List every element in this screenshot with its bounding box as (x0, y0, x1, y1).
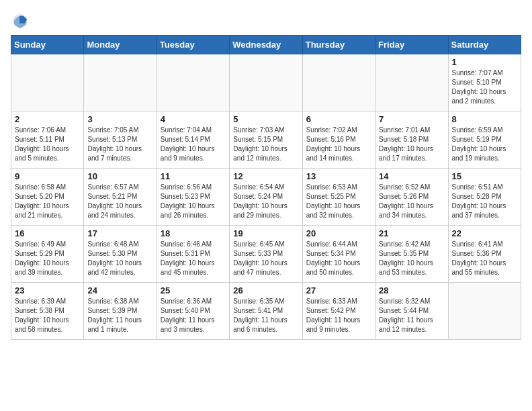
day-header-friday: Friday (375, 36, 448, 54)
day-header-tuesday: Tuesday (157, 36, 229, 54)
calendar-cell: 22Sunrise: 6:41 AM Sunset: 5:36 PM Dayli… (448, 226, 521, 283)
day-info: Sunrise: 6:48 AM Sunset: 5:30 PM Dayligh… (87, 240, 152, 277)
day-info: Sunrise: 6:56 AM Sunset: 5:23 PM Dayligh… (161, 183, 226, 220)
calendar-cell: 10Sunrise: 6:57 AM Sunset: 5:21 PM Dayli… (84, 169, 157, 226)
day-number: 6 (306, 114, 371, 124)
day-info: Sunrise: 6:53 AM Sunset: 5:25 PM Dayligh… (306, 183, 371, 220)
calendar-cell (11, 54, 84, 111)
day-info: Sunrise: 6:44 AM Sunset: 5:34 PM Dayligh… (306, 240, 371, 277)
calendar-cell: 28Sunrise: 6:32 AM Sunset: 5:44 PM Dayli… (375, 283, 448, 340)
calendar-cell: 16Sunrise: 6:49 AM Sunset: 5:29 PM Dayli… (11, 226, 84, 283)
day-number: 12 (233, 171, 298, 181)
day-info: Sunrise: 6:32 AM Sunset: 5:44 PM Dayligh… (379, 297, 444, 334)
calendar-cell (302, 54, 375, 111)
day-number: 16 (15, 228, 80, 238)
days-header-row: SundayMondayTuesdayWednesdayThursdayFrid… (11, 36, 521, 54)
calendar-cell: 11Sunrise: 6:56 AM Sunset: 5:23 PM Dayli… (157, 169, 229, 226)
day-info: Sunrise: 6:41 AM Sunset: 5:36 PM Dayligh… (452, 240, 517, 277)
day-info: Sunrise: 6:49 AM Sunset: 5:29 PM Dayligh… (15, 240, 80, 277)
week-row-3: 9Sunrise: 6:58 AM Sunset: 5:20 PM Daylig… (11, 169, 521, 226)
day-number: 20 (306, 228, 371, 238)
day-number: 7 (379, 114, 444, 124)
day-number: 13 (306, 171, 371, 181)
calendar-cell: 9Sunrise: 6:58 AM Sunset: 5:20 PM Daylig… (11, 169, 84, 226)
calendar-cell (230, 54, 302, 111)
calendar-cell (375, 54, 448, 111)
day-number: 28 (379, 285, 444, 295)
calendar-cell: 3Sunrise: 7:05 AM Sunset: 5:13 PM Daylig… (84, 111, 157, 169)
calendar-cell: 14Sunrise: 6:52 AM Sunset: 5:26 PM Dayli… (375, 169, 448, 226)
day-info: Sunrise: 7:05 AM Sunset: 5:13 PM Dayligh… (87, 126, 152, 163)
calendar-cell: 5Sunrise: 7:03 AM Sunset: 5:15 PM Daylig… (230, 111, 302, 169)
calendar-cell: 17Sunrise: 6:48 AM Sunset: 5:30 PM Dayli… (84, 226, 157, 283)
day-number: 21 (379, 228, 444, 238)
day-number: 3 (87, 114, 152, 124)
day-info: Sunrise: 6:42 AM Sunset: 5:35 PM Dayligh… (379, 240, 444, 277)
logo (11, 11, 32, 30)
day-info: Sunrise: 7:02 AM Sunset: 5:16 PM Dayligh… (306, 126, 371, 163)
day-info: Sunrise: 6:33 AM Sunset: 5:42 PM Dayligh… (306, 297, 371, 334)
day-info: Sunrise: 7:06 AM Sunset: 5:11 PM Dayligh… (15, 126, 80, 163)
day-info: Sunrise: 7:04 AM Sunset: 5:14 PM Dayligh… (161, 126, 226, 163)
calendar-cell: 6Sunrise: 7:02 AM Sunset: 5:16 PM Daylig… (302, 111, 375, 169)
day-number: 26 (233, 285, 298, 295)
calendar-cell (448, 283, 521, 340)
day-number: 19 (233, 228, 298, 238)
day-info: Sunrise: 7:01 AM Sunset: 5:18 PM Dayligh… (379, 126, 444, 163)
calendar-cell: 1Sunrise: 7:07 AM Sunset: 5:10 PM Daylig… (448, 54, 521, 111)
calendar-cell: 23Sunrise: 6:39 AM Sunset: 5:38 PM Dayli… (11, 283, 84, 340)
day-info: Sunrise: 6:51 AM Sunset: 5:28 PM Dayligh… (452, 183, 517, 220)
day-info: Sunrise: 6:39 AM Sunset: 5:38 PM Dayligh… (15, 297, 80, 334)
day-number: 24 (87, 285, 152, 295)
day-info: Sunrise: 6:57 AM Sunset: 5:21 PM Dayligh… (87, 183, 152, 220)
day-number: 27 (306, 285, 371, 295)
day-number: 25 (161, 285, 226, 295)
calendar-cell: 8Sunrise: 6:59 AM Sunset: 5:19 PM Daylig… (448, 111, 521, 169)
calendar-cell: 24Sunrise: 6:38 AM Sunset: 5:39 PM Dayli… (84, 283, 157, 340)
day-number: 9 (15, 171, 80, 181)
day-info: Sunrise: 7:07 AM Sunset: 5:10 PM Dayligh… (452, 68, 517, 106)
day-number: 18 (161, 228, 226, 238)
day-info: Sunrise: 6:54 AM Sunset: 5:24 PM Dayligh… (233, 183, 298, 220)
day-number: 8 (452, 114, 517, 124)
day-number: 2 (15, 114, 80, 124)
day-header-thursday: Thursday (302, 36, 375, 54)
calendar-cell (157, 54, 229, 111)
day-info: Sunrise: 6:36 AM Sunset: 5:40 PM Dayligh… (161, 297, 226, 334)
calendar-cell: 13Sunrise: 6:53 AM Sunset: 5:25 PM Dayli… (302, 169, 375, 226)
calendar-cell: 7Sunrise: 7:01 AM Sunset: 5:18 PM Daylig… (375, 111, 448, 169)
day-number: 4 (161, 114, 226, 124)
week-row-2: 2Sunrise: 7:06 AM Sunset: 5:11 PM Daylig… (11, 111, 521, 169)
calendar-cell: 26Sunrise: 6:35 AM Sunset: 5:41 PM Dayli… (230, 283, 302, 340)
day-number: 22 (452, 228, 517, 238)
calendar-cell: 12Sunrise: 6:54 AM Sunset: 5:24 PM Dayli… (230, 169, 302, 226)
calendar-cell: 2Sunrise: 7:06 AM Sunset: 5:11 PM Daylig… (11, 111, 84, 169)
calendar-cell: 19Sunrise: 6:45 AM Sunset: 5:33 PM Dayli… (230, 226, 302, 283)
week-row-4: 16Sunrise: 6:49 AM Sunset: 5:29 PM Dayli… (11, 226, 521, 283)
day-number: 10 (87, 171, 152, 181)
day-info: Sunrise: 6:46 AM Sunset: 5:31 PM Dayligh… (161, 240, 226, 277)
day-number: 1 (452, 57, 517, 67)
day-number: 5 (233, 114, 298, 124)
calendar-cell: 18Sunrise: 6:46 AM Sunset: 5:31 PM Dayli… (157, 226, 229, 283)
calendar-cell: 15Sunrise: 6:51 AM Sunset: 5:28 PM Dayli… (448, 169, 521, 226)
day-info: Sunrise: 6:45 AM Sunset: 5:33 PM Dayligh… (233, 240, 298, 277)
day-number: 14 (379, 171, 444, 181)
day-info: Sunrise: 6:52 AM Sunset: 5:26 PM Dayligh… (379, 183, 444, 220)
day-header-sunday: Sunday (11, 36, 84, 54)
calendar-cell: 4Sunrise: 7:04 AM Sunset: 5:14 PM Daylig… (157, 111, 229, 169)
calendar-table: SundayMondayTuesdayWednesdayThursdayFrid… (11, 35, 521, 340)
logo-icon (11, 11, 30, 30)
day-header-monday: Monday (84, 36, 157, 54)
day-number: 15 (452, 171, 517, 181)
day-number: 17 (87, 228, 152, 238)
calendar-cell: 25Sunrise: 6:36 AM Sunset: 5:40 PM Dayli… (157, 283, 229, 340)
day-number: 23 (15, 285, 80, 295)
day-info: Sunrise: 7:03 AM Sunset: 5:15 PM Dayligh… (233, 126, 298, 163)
day-number: 11 (161, 171, 226, 181)
calendar-cell (84, 54, 157, 111)
calendar-cell: 27Sunrise: 6:33 AM Sunset: 5:42 PM Dayli… (302, 283, 375, 340)
day-header-saturday: Saturday (448, 36, 521, 54)
day-info: Sunrise: 6:35 AM Sunset: 5:41 PM Dayligh… (233, 297, 298, 334)
day-header-wednesday: Wednesday (230, 36, 302, 54)
